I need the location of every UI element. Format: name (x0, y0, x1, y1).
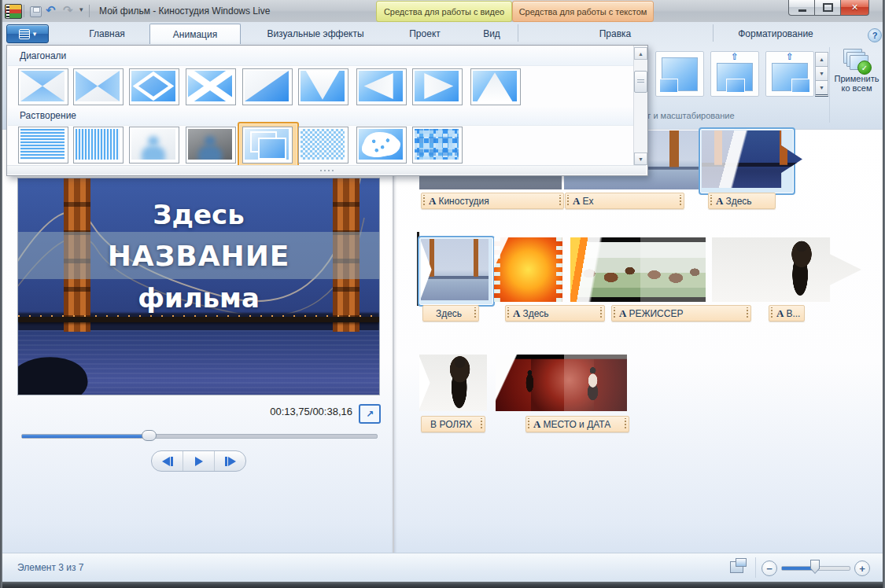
caption-v-rolyah[interactable]: В РОЛЯХ (421, 416, 485, 432)
gallery-scrollbar[interactable] (633, 46, 647, 165)
window-border-left (0, 0, 2, 588)
transition-bowtie-vertical[interactable] (18, 68, 68, 105)
zoom-out-button[interactable]: − (761, 560, 777, 576)
drag-handle-icon[interactable] (613, 307, 617, 319)
caption-mesto-i-data[interactable]: А МЕСТО и ДАТА (525, 416, 629, 432)
transition-chevron-right[interactable] (412, 68, 463, 105)
drag-handle-icon[interactable] (624, 418, 628, 430)
pan-zoom-item-zoom-in-right[interactable]: ⇧ (765, 51, 814, 97)
apply-to-all-button[interactable]: ✓ Применить ко всем (831, 46, 883, 111)
transition-bars-horizontal[interactable] (18, 127, 68, 164)
drag-handle-icon[interactable] (422, 195, 426, 207)
drag-handle-icon[interactable] (566, 195, 570, 207)
drag-handle-icon[interactable] (480, 418, 484, 430)
application-menu-button[interactable]: ▾ (6, 24, 49, 43)
customize-qat-button[interactable]: ▾ (79, 6, 83, 13)
next-frame-button[interactable] (215, 451, 245, 471)
tab-glavnaya[interactable]: Главная (77, 24, 137, 43)
menu-icon (19, 29, 30, 39)
tab-animatsiya[interactable]: Анимация (149, 24, 241, 44)
gallery-resize-handle[interactable] (7, 165, 646, 175)
transition-chevron-down[interactable] (298, 68, 348, 105)
tab-proekt[interactable]: Проект (392, 24, 458, 43)
pan-zoom-item-none[interactable] (655, 51, 704, 97)
overlay-text-line2: НАЗВАНИЕ (18, 240, 379, 272)
drag-handle-icon[interactable] (474, 307, 478, 319)
thumbnail-view-button[interactable] (730, 561, 743, 573)
drag-handle-icon[interactable] (770, 307, 774, 319)
transition-chevron-left[interactable] (356, 68, 407, 105)
tab-pravka[interactable]: Правка (519, 24, 711, 43)
minimize-button[interactable] (788, 0, 816, 16)
text-overlay-icon: А (776, 307, 784, 320)
pane-divider[interactable] (393, 130, 394, 553)
fullscreen-button[interactable]: ↗ (359, 404, 381, 424)
drag-handle-icon[interactable] (527, 418, 531, 430)
close-button[interactable]: ✕ (840, 0, 869, 16)
gallery-scroll-down-button[interactable]: ▼ (815, 66, 828, 81)
transition-splatter[interactable] (356, 127, 407, 164)
transition-blur-dark[interactable] (186, 127, 236, 164)
application-window: ↶ ↷ ▾ Мой фильм - Киностудия Windows Liv… (0, 0, 885, 588)
video-preview[interactable]: Здесь НАЗВАНИЕ фильма (17, 178, 380, 395)
gallery-scroll-up-button[interactable]: ▲ (815, 52, 828, 67)
caption-zdes-3[interactable]: А Здесь (505, 305, 605, 322)
caption-label: Здесь (725, 196, 775, 207)
caption-zdes-1[interactable]: А Здесь (708, 193, 776, 209)
caption-zdes-2[interactable]: Здесь (422, 305, 479, 322)
caption-kinostudiya[interactable]: А Киностудия (421, 193, 564, 209)
transition-chevron-up[interactable] (470, 68, 521, 105)
drag-handle-icon[interactable] (710, 195, 714, 207)
save-button[interactable] (30, 6, 42, 17)
zoom-in-button[interactable]: + (854, 560, 870, 576)
scrollbar-thumb[interactable] (634, 71, 647, 93)
storyboard-clip-9[interactable] (496, 355, 627, 411)
caption-rezhisser[interactable]: А РЕЖИССЕР (611, 305, 751, 322)
storyboard-clip-8[interactable] (419, 355, 487, 411)
pan-zoom-subrect (659, 79, 678, 93)
drag-handle-icon[interactable] (679, 195, 683, 207)
seek-slider-thumb[interactable] (142, 430, 157, 441)
tab-vid[interactable]: Вид (467, 24, 516, 43)
transition-selected-highlight (238, 122, 299, 170)
play-button[interactable] (183, 451, 215, 471)
undo-button[interactable]: ↶ (46, 3, 56, 17)
transition-diagonal-box-out[interactable] (242, 68, 293, 105)
transition-bars-vertical[interactable] (73, 127, 124, 164)
storyboard-clip-4-current[interactable] (421, 239, 489, 300)
transition-checkerboard[interactable] (298, 127, 348, 164)
drag-handle-icon[interactable] (507, 307, 511, 319)
tab-vizualnye-effekty[interactable]: Визуальные эффекты (245, 24, 385, 43)
scroll-up-button[interactable]: ▲ (634, 47, 647, 60)
gallery-section-title-diagonals: Диагонали (8, 46, 633, 66)
transition-blur-light[interactable] (129, 127, 179, 164)
transition-overlapping-frames-selected[interactable] (242, 127, 293, 164)
maximize-button[interactable] (814, 0, 842, 16)
storyboard-clip-7[interactable] (712, 237, 861, 302)
caption-ex[interactable]: А Ех (565, 193, 684, 209)
storyboard-clip-6[interactable] (570, 237, 706, 302)
separator (755, 557, 756, 578)
pan-zoom-item-zoom-in-center[interactable]: ⇧ (710, 51, 759, 97)
help-button[interactable]: ? (868, 28, 882, 42)
transition-bowtie-horizontal[interactable] (73, 68, 124, 105)
drag-handle-icon[interactable] (599, 307, 603, 319)
scroll-down-button[interactable]: ▼ (634, 153, 647, 165)
zoom-slider-thumb[interactable] (810, 560, 820, 574)
redo-button[interactable]: ↷ (63, 3, 73, 17)
caption-label: РЕЖИССЕР (629, 308, 745, 319)
tab-formatirovanie[interactable]: Форматирование (714, 24, 837, 43)
caption-label: Киностудия (438, 196, 558, 207)
caption-label: В... (786, 308, 804, 319)
transition-mosaic[interactable] (412, 127, 463, 164)
previous-frame-button[interactable] (152, 451, 183, 471)
drag-handle-icon[interactable] (559, 195, 562, 207)
drag-handle-icon[interactable] (746, 307, 750, 319)
text-overlay-icon: А (513, 307, 520, 320)
gallery-expand-button[interactable]: ▼ (815, 80, 828, 97)
caption-v-ellipsis[interactable]: А В... (769, 305, 805, 322)
transition-diagonal-cross[interactable] (186, 68, 236, 105)
text-overlay-icon: А (533, 418, 540, 431)
storyboard-clip-5[interactable] (494, 237, 562, 302)
transition-diamond[interactable] (129, 68, 179, 105)
